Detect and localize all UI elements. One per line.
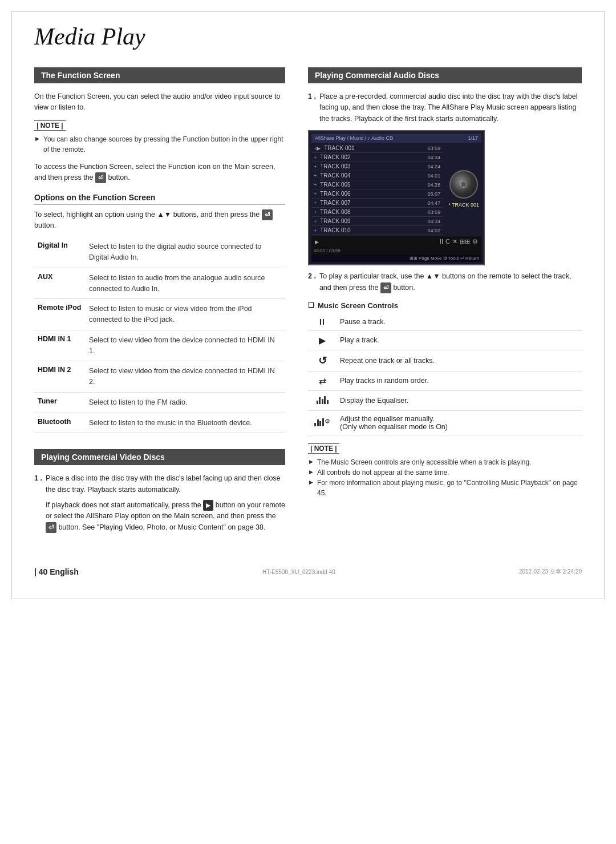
control-desc: Repeat one track or all tracks. — [337, 350, 582, 371]
gear-icon: ⚙ — [325, 418, 330, 425]
enter-button-icon-3: ⏎ — [46, 522, 56, 533]
progress-indicator: ▶ — [315, 239, 319, 245]
right-column: Playing Commercial Audio Discs 1 . Place… — [308, 67, 582, 539]
control-row-equaliser: Display the Equaliser. — [308, 390, 582, 410]
audio-step-1: 1 . Place a pre-recorded, commercial aud… — [308, 91, 582, 124]
step-number-2: 2 . — [308, 271, 316, 293]
option-desc: Select to listen to the music in the Blu… — [86, 413, 285, 433]
audio-discs-section: Playing Commercial Audio Discs 1 . Place… — [308, 67, 582, 293]
two-column-layout: The Function Screen On the Function Scre… — [34, 67, 582, 539]
control-symbol: ↺ — [308, 350, 337, 371]
eq-icon[interactable]: ⊞⊞ — [460, 238, 470, 245]
allshare-main-panel: +▶ TRACK 001 03:59 + TRACK 002 04:34 + — [311, 144, 481, 235]
track-name: TRACK 003 — [320, 163, 427, 169]
eq-bar-5 — [327, 400, 329, 404]
track-name: TRACK 006 — [320, 191, 427, 197]
play-button-icon: ▶ — [203, 500, 213, 511]
playback-controls: II C ✕ ⊞⊞ ⚙ — [440, 238, 478, 245]
track-time: 03:59 — [428, 209, 441, 215]
settings-icon[interactable]: ⚙ — [472, 238, 478, 245]
track-name: TRACK 010 — [320, 227, 427, 233]
option-desc: Select to listen to audio from the analo… — [86, 268, 285, 299]
close-icon[interactable]: ✕ — [452, 238, 457, 245]
control-desc: Pause a track. — [337, 313, 582, 331]
track-row-3: + TRACK 003 04:24 — [311, 162, 443, 171]
step-number-1: 1 . — [308, 91, 316, 124]
music-controls-section: Music Screen Controls II Pause a track. … — [308, 301, 582, 498]
track-plus: + — [314, 182, 317, 188]
function-screen-header: The Function Screen — [34, 67, 285, 83]
track-time: 04:26 — [428, 182, 441, 188]
track-row-8: + TRACK 008 03:59 — [311, 208, 443, 217]
track-plus: + — [314, 228, 317, 233]
track-row-5: + TRACK 005 04:26 — [311, 180, 443, 189]
option-label: Tuner — [34, 392, 86, 413]
table-row: HDMI IN 1 Select to view video from the … — [34, 330, 285, 361]
controls-note-box: | NOTE | The Music Screen controls are o… — [308, 443, 582, 498]
option-desc: Select to listen to the FM radio. — [86, 392, 285, 413]
note-label: | NOTE | — [34, 120, 66, 131]
option-desc: Select to view video from the device con… — [86, 330, 285, 361]
step-number: 1 . — [34, 473, 42, 533]
footer-file: HT-E5500_XU_0223.indd 40 — [262, 569, 335, 575]
table-row: AUX Select to listen to audio from the a… — [34, 268, 285, 299]
table-row: Tuner Select to listen to the FM radio. — [34, 392, 285, 413]
note-item-controls-1: The Music Screen controls are only acces… — [308, 457, 582, 467]
page-footer: | 40 English HT-E5500_XU_0223.indd 40 20… — [34, 562, 582, 576]
table-row: Digital In Select to listen to the digit… — [34, 237, 285, 268]
function-screen-section: The Function Screen On the Function Scre… — [34, 67, 285, 433]
control-row-play: ▶ Play a track. — [308, 330, 582, 350]
track-name: TRACK 002 — [320, 154, 427, 160]
pause-icon[interactable]: II — [440, 238, 443, 245]
track-info: * TRACK 001 — [446, 201, 481, 209]
nav-bar: ⊞⊞ Page Move ⚙ Tools ↩ Return — [311, 255, 481, 262]
track-list: +▶ TRACK 001 03:59 + TRACK 002 04:34 + — [311, 144, 443, 235]
options-heading: Options on the Function Screen — [34, 193, 285, 205]
track-name: TRACK 008 — [320, 209, 427, 215]
step-content: Place a disc into the disc tray with the… — [46, 473, 285, 533]
step-cont: If playback does not start automatically… — [46, 500, 285, 533]
allshare-header-right: 1/17 — [468, 135, 478, 141]
controls-table: II Pause a track. ▶ Play a track. ↺ Repe… — [308, 313, 582, 435]
music-controls-label: Music Screen Controls — [318, 301, 398, 310]
video-step-1: 1 . Place a disc into the disc tray with… — [34, 473, 285, 533]
track-name: TRACK 005 — [320, 181, 427, 188]
track-row-1: +▶ TRACK 001 03:59 — [311, 144, 443, 153]
option-label: Bluetooth — [34, 413, 86, 433]
track-row-10: + TRACK 010 04:02 — [311, 226, 443, 235]
track-time: 04:34 — [428, 219, 441, 224]
control-row-shuffle: ⇄ Play tracks in random order. — [308, 371, 582, 390]
eq-bars-icon — [314, 417, 324, 426]
allshare-header-left: AllShare Play / Music / ♪ Audio CD — [315, 135, 394, 141]
eq-bar-9 — [322, 418, 324, 426]
allshare-bottom-bar: ▶ II C ✕ ⊞⊞ ⚙ — [311, 236, 481, 247]
control-row-pause: II Pause a track. — [308, 313, 582, 331]
track-row-6: + TRACK 006 05:07 — [311, 189, 443, 199]
track-row-2: + TRACK 002 04:34 — [311, 153, 443, 162]
track-time: 04:34 — [428, 155, 441, 160]
audio-step-2: 2 . To play a particular track, use the … — [308, 271, 582, 293]
option-label: AUX — [34, 268, 86, 299]
track-row-7: + TRACK 007 04:47 — [311, 199, 443, 208]
track-time: 04:47 — [428, 200, 441, 206]
control-row-repeat: ↺ Repeat one track or all tracks. — [308, 350, 582, 371]
control-symbol: ▶ — [308, 330, 337, 350]
track-time: 04:01 — [428, 173, 441, 179]
track-plus: + — [314, 200, 317, 206]
audio-discs-header: Playing Commercial Audio Discs — [308, 67, 582, 83]
track-time: 04:24 — [428, 164, 441, 169]
option-label: HDMI IN 2 — [34, 361, 86, 393]
enter-button-icon-4: ⏎ — [380, 282, 391, 293]
function-access-text: To access the Function Screen, select th… — [34, 161, 285, 184]
track-name: TRACK 007 — [320, 200, 427, 206]
enter-button-icon: ⏎ — [95, 172, 106, 183]
note-item-controls-3: For more information about playing music… — [308, 478, 582, 498]
option-desc: Select to view video from the device con… — [86, 361, 285, 393]
step-text: Place a disc into the disc tray with the… — [46, 473, 285, 495]
eq-bar-1 — [317, 401, 318, 404]
repeat-icon[interactable]: C — [445, 238, 450, 245]
control-symbol: ⇄ — [308, 371, 337, 390]
track-plus: + — [314, 173, 317, 179]
function-note-box: | NOTE | You can also change sources by … — [34, 120, 285, 155]
footer-date: 2012-02-23 오후 2:24:20 — [519, 568, 582, 576]
